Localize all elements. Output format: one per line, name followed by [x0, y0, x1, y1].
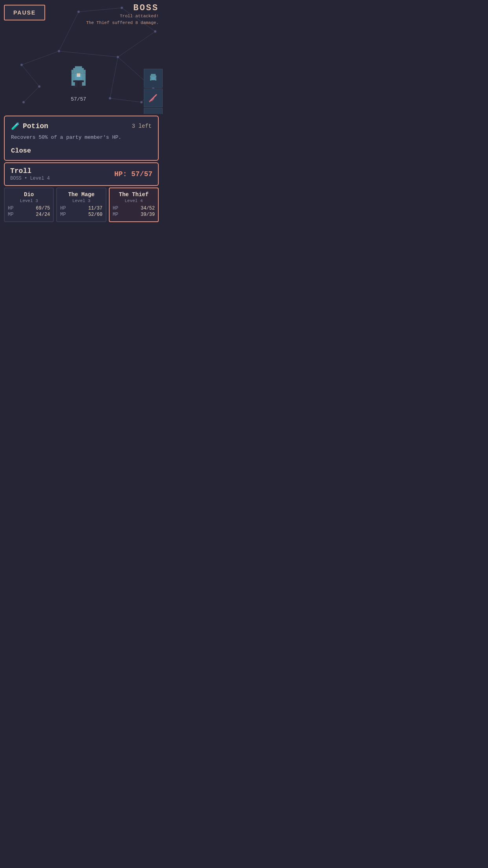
svg-point-13	[58, 50, 60, 52]
svg-point-14	[77, 11, 80, 13]
item-popup-close-button[interactable]: Close	[11, 147, 152, 154]
svg-point-22	[38, 85, 40, 88]
svg-line-7	[110, 98, 141, 102]
svg-line-10	[22, 65, 39, 86]
item-popup-count: 3 left	[132, 123, 152, 129]
boss-message: Troll attacked! The Thief suffered 8 dam…	[86, 13, 159, 26]
svg-point-47	[149, 101, 150, 102]
svg-line-0	[22, 51, 59, 65]
svg-rect-44	[154, 80, 155, 83]
monster-sprite	[64, 64, 93, 93]
member-name-0: Dio	[8, 191, 50, 198]
item-popup: 🧪 Potion 3 left Recovers 50% of a party …	[4, 116, 159, 161]
svg-rect-36	[79, 75, 81, 77]
item-popup-header: 🧪 Potion 3 left	[11, 122, 152, 131]
hp-value-1: 11/37	[88, 206, 103, 211]
svg-rect-23	[75, 66, 82, 68]
member-mp-row-0: MP 24/24	[8, 212, 50, 217]
svg-rect-43	[151, 80, 153, 83]
sidebar-item-monster[interactable]	[144, 69, 163, 88]
hp-value-0: 69/75	[36, 206, 50, 211]
sidebar-items	[144, 69, 163, 114]
mp-value-0: 24/24	[36, 212, 50, 217]
member-hp-row-2: HP 34/52	[113, 206, 155, 211]
mp-label-2: MP	[113, 212, 118, 217]
boss-title: BOSS	[86, 3, 159, 13]
member-level-1: Level 3	[60, 199, 102, 203]
svg-rect-33	[72, 82, 75, 86]
enemy-hp: HP: 57/57	[114, 170, 152, 178]
monster-hp: 57/57	[64, 96, 93, 102]
member-level-0: Level 3	[8, 199, 50, 203]
svg-line-1	[59, 12, 79, 51]
hp-label-0: HP	[8, 206, 13, 211]
potion-icon: 🧪	[11, 122, 20, 131]
svg-line-4	[118, 31, 155, 57]
svg-line-11	[24, 86, 39, 102]
member-level-2: Level 4	[113, 199, 155, 203]
mp-value-1: 52/60	[88, 212, 103, 217]
enemy-name: Troll	[10, 167, 50, 175]
hp-value-2: 34/52	[141, 206, 155, 211]
boss-label: BOSS Troll attacked! The Thief suffered …	[86, 3, 159, 26]
svg-point-20	[109, 97, 111, 99]
enemy-meta: BOSS • Level 4	[10, 176, 50, 181]
hp-label-1: HP	[60, 206, 66, 211]
hp-label-2: HP	[113, 206, 118, 211]
party-member-2[interactable]: The Thief Level 4 HP 34/52 MP 39/39	[109, 188, 159, 222]
svg-rect-28	[77, 74, 80, 75]
member-name-1: The Mage	[60, 191, 102, 198]
svg-point-19	[140, 101, 143, 103]
svg-line-8	[110, 57, 118, 98]
item-popup-description: Recovers 50% of a party member's HP.	[11, 134, 152, 142]
svg-rect-34	[82, 82, 86, 86]
svg-point-12	[20, 64, 23, 66]
svg-point-16	[154, 30, 156, 33]
svg-rect-26	[84, 70, 86, 74]
enemy-panel: Troll BOSS • Level 4 HP: 57/57	[4, 162, 159, 186]
member-hp-row-0: HP 69/75	[8, 206, 50, 211]
svg-rect-25	[72, 70, 73, 74]
svg-point-17	[117, 56, 119, 58]
enemy-info: Troll BOSS • Level 4	[10, 167, 50, 181]
pause-button[interactable]: PAUSE	[4, 5, 45, 20]
sidebar-item-staff[interactable]	[144, 108, 163, 114]
svg-line-9	[59, 51, 118, 57]
sidebar-item-sword[interactable]	[144, 88, 163, 107]
member-mp-row-2: MP 39/39	[113, 212, 155, 217]
mp-label-0: MP	[8, 212, 13, 217]
svg-rect-35	[77, 75, 79, 77]
monster-container: 57/57	[64, 64, 93, 102]
member-mp-row-1: MP 52/60	[60, 212, 102, 217]
svg-line-46	[152, 99, 153, 100]
member-name-2: The Thief	[113, 191, 155, 198]
party-panel: Dio Level 3 HP 69/75 MP 24/24 The Mage L…	[4, 188, 159, 222]
party-member-1[interactable]: The Mage Level 3 HP 11/37 MP 52/60	[56, 188, 106, 222]
battle-area: PAUSE BOSS Troll attacked! The Thief suf…	[0, 0, 163, 114]
item-popup-name: 🧪 Potion	[11, 122, 48, 131]
party-member-0[interactable]: Dio Level 3 HP 69/75 MP 24/24	[4, 188, 54, 222]
mp-label-1: MP	[60, 212, 66, 217]
svg-rect-24	[73, 68, 84, 74]
member-hp-row-1: HP 11/37	[60, 206, 102, 211]
svg-point-21	[22, 101, 25, 103]
mp-value-2: 39/39	[141, 212, 155, 217]
